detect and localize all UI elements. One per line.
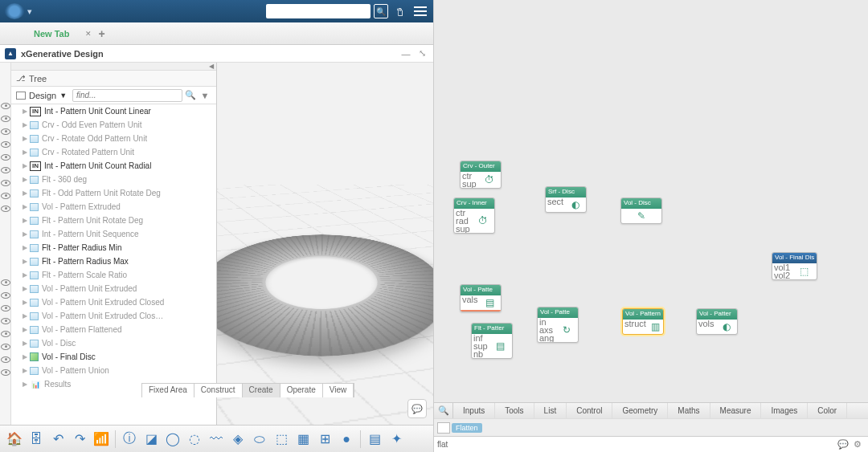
tree-header[interactable]: ⎇ Tree [11, 71, 216, 87]
grid-icon[interactable]: ▦ [293, 430, 313, 449]
category-tab[interactable]: Control [567, 403, 612, 418]
node-vol-final-disc[interactable]: Vol - Final Dis vol1vol2⬚ [772, 252, 817, 280]
cylinder-icon[interactable]: ⬭ [250, 430, 269, 449]
category-tab[interactable]: Tools [495, 403, 534, 418]
eye-icon[interactable] [1, 292, 10, 299]
expand-icon[interactable]: ▶ [23, 121, 29, 128]
eye-icon[interactable] [1, 141, 10, 148]
minimize-icon[interactable]: — [399, 47, 412, 60]
tree-item[interactable]: ▶Vol - Pattern Union [11, 364, 216, 377]
tree-item[interactable]: ▶Flt - Pattern Radius Max [11, 255, 216, 268]
layers-icon[interactable]: ▤ [365, 430, 384, 449]
expand-icon[interactable]: ▶ [23, 326, 29, 333]
tree-item[interactable]: ▶Crv - Odd Even Pattern Unit [11, 118, 216, 132]
expand-icon[interactable]: ▶ [23, 299, 29, 306]
menu-icon[interactable] [412, 4, 428, 18]
node-crv-outer[interactable]: Crv - Outer ctrsup⏱ [460, 161, 502, 189]
expand-icon[interactable]: ▶ [23, 258, 29, 265]
expand-icon[interactable]: ▶ [23, 244, 29, 251]
category-tab[interactable]: List [534, 403, 567, 418]
category-tab[interactable]: Inputs [453, 403, 495, 418]
tree-item[interactable]: ▶Flt - Patter Radius Min [11, 241, 216, 255]
node-vol-patter[interactable]: Vol - Patter vols◐ [696, 308, 738, 335]
chevron-down-icon[interactable]: ▾ [27, 6, 32, 17]
eye-icon[interactable] [1, 116, 10, 122]
tag-icon[interactable]: 🏷 [393, 4, 407, 18]
sphere-icon[interactable]: ● [337, 430, 356, 449]
expand-icon[interactable]: ▶ [23, 162, 29, 169]
tree-item[interactable]: ▶Flt - Pattern Unit Rotate Deg [11, 214, 216, 227]
bottom-tab[interactable]: Construct [194, 384, 243, 397]
find-input[interactable] [72, 89, 182, 102]
cube-icon[interactable]: ⬚ [272, 430, 291, 449]
bottom-tab[interactable]: View [323, 384, 354, 397]
bottom-tab[interactable]: Fixed Area [142, 384, 194, 397]
eye-icon[interactable] [1, 206, 10, 212]
collapse-handle[interactable]: ◀ [11, 63, 216, 71]
close-icon[interactable]: ✕ [85, 30, 92, 38]
circle-icon[interactable]: ◯ [163, 430, 182, 449]
viewport-3d[interactable]: 💬 [217, 63, 433, 425]
category-tab[interactable]: Geometry [612, 403, 668, 418]
eye-icon[interactable] [1, 167, 10, 173]
search-input[interactable] [266, 4, 371, 18]
node-graph[interactable]: Crv - Outer ctrsup⏱ Crv - Inner ctrradsu… [434, 0, 868, 402]
chat-icon[interactable]: 💬 [407, 399, 427, 418]
expand-icon[interactable]: ▶ [23, 189, 29, 197]
expand-icon[interactable]: ▶ [23, 149, 29, 156]
bottom-tab[interactable]: Operate [280, 384, 323, 397]
design-label[interactable]: Design [29, 91, 56, 100]
eye-icon[interactable] [1, 356, 10, 363]
search-icon[interactable]: 🔍 [374, 4, 388, 18]
expand-icon[interactable]: ▶ [23, 367, 29, 374]
expand-icon[interactable]: ▶ [23, 340, 29, 347]
database-icon[interactable]: 🗄 [27, 430, 46, 449]
tree-item[interactable]: ▶Vol - Final Disc [11, 350, 216, 364]
info-icon[interactable]: ⓘ [120, 430, 139, 449]
tree-item[interactable]: ▶Vol - Pattern Unit Extruded Closed [11, 295, 216, 309]
node-srf-disc[interactable]: Srf - Disc sect◐ [545, 186, 587, 213]
plus-icon[interactable]: + [98, 27, 104, 40]
home-icon[interactable]: 🏠 [5, 430, 24, 449]
chip-icon[interactable] [437, 422, 450, 434]
bottom-tab[interactable]: Create [243, 384, 280, 397]
expand-icon[interactable]: ▶ [23, 285, 29, 292]
eye-icon[interactable] [1, 128, 10, 135]
expand-icon[interactable]: ▶ [23, 217, 29, 224]
tree-item[interactable]: ▶Vol - Pattern Unit Extruded Clos… [11, 309, 216, 323]
dashed-circle-icon[interactable]: ◌ [185, 430, 204, 449]
filter-input[interactable] [437, 440, 836, 449]
eye-icon[interactable] [1, 331, 10, 337]
eye-icon[interactable] [1, 103, 10, 109]
category-tab[interactable]: Color [808, 403, 847, 418]
eye-icon[interactable] [1, 154, 10, 161]
expand-icon[interactable]: ▶ [23, 353, 29, 360]
eye-icon[interactable] [1, 369, 10, 376]
shape-icon[interactable]: ◪ [141, 430, 161, 449]
node-crv-inner[interactable]: Crv - Inner ctrradsup⏱ [453, 197, 495, 234]
expand-icon[interactable]: ▶ [23, 135, 29, 142]
tree-item[interactable]: ▶Crv - Rotate Odd Pattern Unit [11, 132, 216, 145]
expand-icon[interactable]: ▶ [23, 108, 29, 115]
flatten-chip[interactable]: Flatten [452, 423, 482, 433]
rss-icon[interactable]: 📶 [92, 430, 111, 449]
compass-icon[interactable] [5, 3, 24, 19]
search-icon[interactable]: 🔍 [434, 403, 453, 418]
tree-item[interactable]: ▶Int - Pattern Unit Sequence [11, 227, 216, 241]
collapse-icon[interactable]: ⤡ [416, 47, 428, 60]
tree-item[interactable]: ▶Flt - 360 deg [11, 173, 216, 186]
node-vol-pattern[interactable]: Vol - Pattern struct▥ [622, 308, 664, 335]
settings-icon[interactable]: ✦ [387, 430, 406, 449]
wireframe-icon[interactable]: ⊞ [315, 430, 334, 449]
eye-icon[interactable] [1, 279, 10, 286]
tree-item[interactable]: ▶Vol - Pattern Flattened [11, 323, 216, 336]
wave-icon[interactable]: 〰 [207, 430, 226, 449]
eye-icon[interactable] [1, 305, 10, 312]
tree-item[interactable]: ▶Vol - Pattern Unit Extruded [11, 282, 216, 295]
undo-icon[interactable]: ↶ [48, 430, 68, 449]
tree-item[interactable]: ▶INInt - Pattern Unit Count Radial [11, 159, 216, 173]
expand-icon[interactable]: ▶ [23, 230, 29, 238]
tree-item[interactable]: ▶Vol - Disc [11, 336, 216, 350]
expand-icon[interactable]: ▶ [23, 271, 29, 279]
node-vol-disc[interactable]: Vol - Disc ✎ [620, 197, 662, 224]
